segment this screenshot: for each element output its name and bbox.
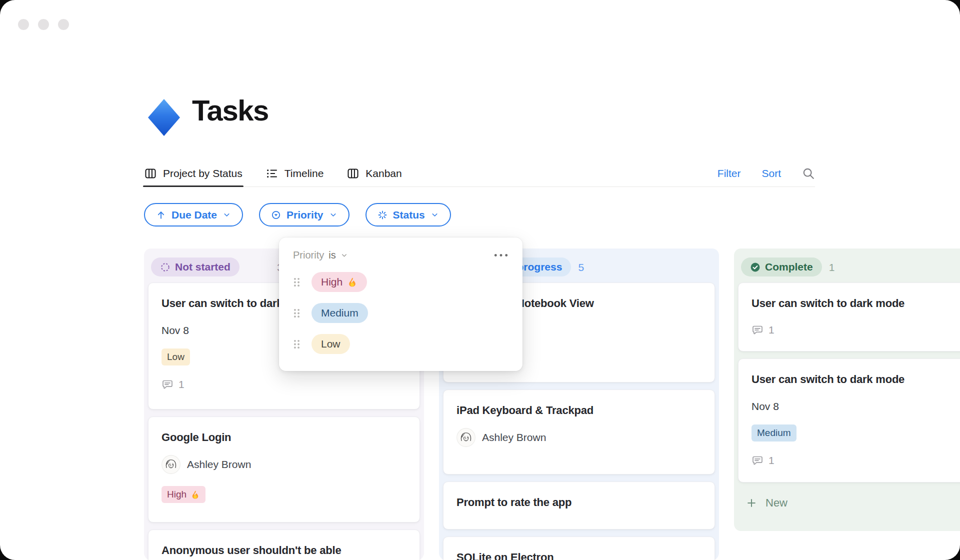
chip-label: Status	[393, 209, 425, 221]
window-dot-icon	[18, 19, 29, 30]
assignee-name: Ashley Brown	[187, 458, 251, 470]
task-card[interactable]: Anonymous user shouldn't be able	[148, 530, 420, 560]
more-options-icon[interactable]	[494, 253, 508, 258]
card-title: Notebook View	[516, 296, 702, 311]
chip-due-date[interactable]: Due Date	[144, 203, 243, 226]
search-icon	[802, 167, 815, 180]
arrow-up-icon	[156, 210, 166, 220]
blue-diamond-icon	[148, 99, 180, 136]
tab-kanban[interactable]: Kanban	[346, 160, 402, 186]
comment-count: 1	[162, 378, 406, 390]
window-dot-icon	[58, 19, 69, 30]
assignee: Ashley Brown	[456, 428, 702, 447]
priority-badge-medium: Medium	[752, 424, 796, 442]
new-card-button[interactable]: New	[738, 490, 960, 516]
view-tab-bar: Project by Status Timeline Kanban Filter…	[144, 160, 815, 187]
comment-count: 1	[752, 454, 960, 466]
assignee: Ashley Brown	[162, 455, 406, 474]
column-count: 1	[829, 262, 835, 274]
sort-button[interactable]: Sort	[762, 168, 781, 180]
popover-operator[interactable]: is	[328, 250, 336, 261]
flame-icon	[190, 490, 200, 500]
tab-timeline[interactable]: Timeline	[266, 160, 324, 186]
card-title: SQLite on Electron	[456, 550, 702, 560]
chip-label: Priority	[286, 209, 324, 221]
tab-project-by-status[interactable]: Project by Status	[144, 160, 242, 186]
chip-priority[interactable]: Priority	[259, 203, 350, 226]
priority-filter-popover: Priority is High Medium Low	[279, 238, 522, 371]
chevron-down-icon	[329, 210, 338, 219]
tab-label: Kanban	[366, 168, 402, 180]
board-icon	[144, 167, 157, 180]
card-title: User can switch to dark mode	[752, 372, 960, 387]
tab-label: Project by Status	[163, 168, 242, 180]
card-title: Anonymous user shouldn't be able	[162, 543, 406, 558]
card-title: Prompt to rate the app	[456, 495, 702, 510]
drag-handle-icon[interactable]	[293, 277, 300, 288]
status-badge-complete[interactable]: Complete	[741, 258, 822, 276]
priority-badge-low: Low	[162, 348, 190, 366]
task-card[interactable]: SQLite on Electron	[443, 536, 715, 560]
chevron-down-icon	[222, 210, 231, 219]
column-header: Complete 1	[738, 252, 960, 282]
drag-handle-icon[interactable]	[293, 308, 300, 318]
chip-label: Due Date	[172, 209, 217, 221]
drag-handle-icon[interactable]	[293, 339, 300, 350]
board-icon	[346, 167, 360, 180]
priority-badge-high: High	[162, 486, 206, 503]
card-title: User can switch to dark mode	[752, 296, 960, 311]
priority-option-medium[interactable]: Medium	[293, 303, 508, 323]
window-dot-icon	[38, 19, 49, 30]
chevron-down-icon	[340, 252, 348, 259]
card-title: Google Login	[162, 430, 406, 445]
search-button[interactable]	[802, 167, 815, 180]
assignee-name: Ashley Brown	[482, 432, 546, 444]
popover-property-label: Priority	[293, 250, 324, 261]
comment-icon	[162, 378, 174, 390]
card-title: iPad Keyboard & Trackpad	[456, 403, 702, 418]
priority-circle-icon	[271, 210, 281, 220]
card-due-date: Nov 8	[752, 400, 960, 412]
chip-status[interactable]: Status	[366, 203, 451, 226]
app-window: Tasks Project by Status Timeline Kanban …	[0, 0, 960, 560]
spinner-icon	[378, 210, 388, 220]
comment-icon	[752, 454, 764, 466]
task-card[interactable]: User can switch to dark mode 1	[738, 282, 960, 352]
filter-button[interactable]: Filter	[718, 168, 741, 180]
priority-option-low[interactable]: Low	[293, 334, 508, 354]
column-count: 5	[578, 262, 584, 274]
avatar	[162, 455, 180, 474]
filter-chip-row: Due Date Priority Status	[144, 203, 451, 226]
task-card[interactable]: Google Login Ashley Brown High	[148, 416, 420, 522]
plus-icon	[746, 498, 757, 508]
task-card[interactable]: Prompt to rate the app	[443, 482, 715, 530]
task-card[interactable]: iPad Keyboard & Trackpad Ashley Brown	[443, 390, 715, 474]
status-badge-not-started[interactable]: Not started	[151, 258, 240, 276]
page-title: Tasks	[192, 93, 268, 128]
comment-icon	[752, 324, 764, 336]
chevron-down-icon	[430, 210, 439, 219]
check-circle-icon	[750, 262, 760, 272]
window-controls	[18, 19, 69, 30]
timeline-icon	[266, 167, 278, 180]
dashed-circle-icon	[160, 262, 170, 272]
comment-count: 1	[752, 324, 960, 336]
flame-icon	[347, 277, 358, 288]
priority-option-high[interactable]: High	[293, 272, 508, 292]
avatar	[456, 428, 476, 447]
column-complete: Complete 1 User can switch to dark mode …	[734, 248, 960, 531]
tab-label: Timeline	[284, 168, 324, 180]
task-card[interactable]: User can switch to dark mode Nov 8 Mediu…	[738, 358, 960, 482]
